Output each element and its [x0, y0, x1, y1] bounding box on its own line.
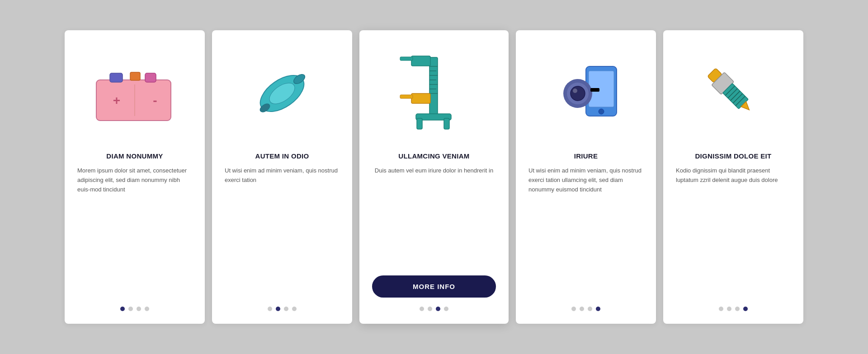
card-5-title: DIGNISSIM DOLOE EIT	[695, 152, 771, 160]
card-1-body: Morem ipsum dolor sit amet, consectetuer…	[77, 166, 192, 296]
svg-text:+: +	[113, 93, 120, 107]
dot	[284, 307, 288, 311]
card-1-dots	[120, 307, 149, 311]
card-3-title: ULLAMCING VENIAM	[398, 152, 469, 160]
dot-active	[120, 307, 125, 311]
dot-active	[596, 307, 600, 311]
cards-container: + - DIAM NONUMMY Morem ipsum dolor sit a…	[38, 12, 830, 342]
svg-rect-0	[96, 80, 171, 121]
dot	[444, 307, 448, 311]
card-5-body: Kodio dignissim qui blandit praesent lup…	[676, 166, 791, 296]
dot	[428, 307, 432, 311]
card-4-title: IRIURE	[574, 152, 598, 160]
dot-active	[436, 307, 440, 311]
dot	[735, 307, 740, 311]
dot	[580, 307, 584, 311]
card-5: DIGNISSIM DOLOE EIT Kodio dignissim qui …	[663, 30, 803, 324]
card-2-dots	[268, 307, 297, 311]
camera-phone-icon-container	[528, 44, 643, 143]
svg-point-32	[573, 88, 577, 93]
card-5-dots	[719, 307, 748, 311]
dot	[420, 307, 424, 311]
spark-plug-icon-container	[676, 44, 791, 143]
card-3-dots	[420, 307, 448, 311]
card-2-title: AUTEM IN ODIO	[255, 152, 309, 160]
svg-rect-2	[130, 72, 140, 80]
leaf-blower-icon	[246, 57, 318, 130]
dot-active	[276, 307, 280, 311]
dot	[588, 307, 592, 311]
svg-point-31	[571, 86, 585, 101]
svg-point-28	[599, 109, 604, 114]
svg-rect-19	[411, 56, 430, 66]
svg-rect-25	[444, 118, 449, 129]
svg-rect-3	[145, 73, 156, 82]
dot	[128, 307, 133, 311]
svg-text:-: -	[153, 93, 157, 107]
card-3: ULLAMCING VENIAM Duis autem vel eum iriu…	[359, 30, 509, 324]
svg-rect-20	[411, 93, 430, 103]
camera-phone-icon	[545, 57, 627, 130]
dot	[268, 307, 272, 311]
battery-icon: + -	[92, 60, 178, 127]
battery-icon-container: + -	[77, 44, 192, 143]
caliper-icon	[389, 51, 479, 136]
card-1: + - DIAM NONUMMY Morem ipsum dolor sit a…	[65, 30, 205, 324]
dot	[137, 307, 141, 311]
card-4-dots	[571, 307, 600, 311]
leaf-blower-icon-container	[225, 44, 340, 143]
svg-rect-1	[110, 73, 123, 82]
card-1-title: DIAM NONUMMY	[106, 152, 163, 160]
svg-rect-22	[400, 95, 413, 98]
caliper-icon-container	[372, 44, 496, 143]
card-2-body: Ut wisi enim ad minim veniam, quis nostr…	[225, 166, 340, 296]
svg-rect-24	[417, 118, 422, 129]
more-info-button[interactable]: MORE INFO	[372, 275, 496, 298]
dot	[145, 307, 149, 311]
dot	[571, 307, 576, 311]
card-4-body: Ut wisi enim ad minim veniam, quis nostr…	[528, 166, 643, 296]
card-2: AUTEM IN ODIO Ut wisi enim ad minim veni…	[212, 30, 352, 324]
card-4: IRIURE Ut wisi enim ad minim veniam, qui…	[516, 30, 656, 324]
svg-rect-21	[400, 57, 413, 61]
spark-plug-icon	[695, 59, 772, 129]
dot	[292, 307, 297, 311]
dot	[719, 307, 723, 311]
svg-rect-33	[590, 88, 599, 92]
dot	[727, 307, 731, 311]
dot-active	[743, 307, 748, 311]
card-3-body: Duis autem vel eum iriure dolor in hendr…	[375, 166, 493, 265]
